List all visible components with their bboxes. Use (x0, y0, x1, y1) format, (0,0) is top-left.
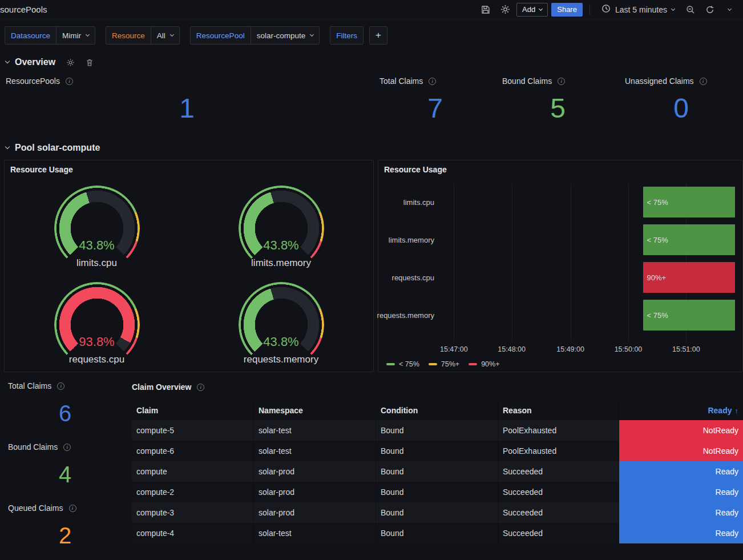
panel-title[interactable]: Unassigned Claims (625, 76, 694, 86)
info-icon[interactable] (57, 382, 64, 390)
x-axis-tick: 15:51:00 (672, 345, 700, 353)
info-icon[interactable] (558, 78, 565, 85)
column-header-condition[interactable]: Condition (376, 401, 498, 420)
stat-panel-total-claims: Total Claims 7 (374, 72, 496, 136)
row-delete-button[interactable] (84, 55, 95, 70)
collapse-chevron-icon (5, 144, 10, 149)
timeline-legend: < 75% 75%+ 90%+ (378, 357, 742, 372)
legend-label: < 75% (399, 360, 419, 368)
variable-resourcepool: ResourcePool solar-compute (190, 26, 320, 45)
collapse-chevron-icon (5, 59, 10, 63)
cell-claim: compute-4 (132, 523, 254, 543)
panel-title[interactable]: Bound Claims (502, 76, 552, 86)
top-navigation-bar: sourcePools Add Share Last 5 minutes (0, 0, 743, 19)
sort-ascending-icon: ↑ (735, 406, 739, 415)
column-header-ready[interactable]: Ready ↑ (619, 401, 743, 420)
x-axis-tick: 15:50:00 (615, 345, 643, 353)
table-row: compute-2 solar-prod Bound Succeeded Rea… (132, 482, 743, 502)
topbar-actions: Add Share Last 5 minutes (478, 2, 737, 17)
column-header-reason[interactable]: Reason (498, 401, 619, 420)
section-header-overview[interactable]: Overview (0, 54, 743, 71)
section-title: Pool solar-compute (15, 143, 100, 153)
cell-ready: Ready (619, 502, 743, 523)
share-button[interactable]: Share (551, 3, 583, 17)
panel-title[interactable]: Queued Claims (8, 503, 63, 513)
info-icon[interactable] (69, 505, 76, 512)
time-range-picker[interactable]: Last 5 minutes (597, 2, 679, 17)
info-icon[interactable] (197, 384, 204, 391)
pool-claims-row: Total Claims 6 Bound Claims 4 Queued Cla… (0, 375, 743, 558)
gear-icon (500, 5, 510, 14)
chevron-down-icon (727, 6, 731, 10)
panel-title[interactable]: Total Claims (8, 381, 51, 390)
variable-value-resource[interactable]: All (151, 26, 180, 45)
variable-filters: Filters + (330, 26, 387, 45)
stat-value: 6 (8, 390, 122, 436)
table-row: compute-4 solar-test Bound Succeeded Rea… (132, 523, 743, 543)
cell-condition: Bound (376, 420, 498, 441)
cell-condition: Bound (376, 482, 498, 502)
table-row: compute-5 solar-test Bound PoolExhausted… (132, 420, 743, 441)
variable-datasource: Datasource Mimir (5, 26, 95, 45)
timeline-row-label: requests.memory (378, 296, 446, 334)
cell-reason: PoolExhausted (498, 420, 619, 441)
add-filter-button[interactable]: + (369, 26, 387, 45)
save-dashboard-button[interactable] (478, 2, 494, 17)
stat-value: 5 (502, 86, 613, 131)
dashboard-settings-button[interactable] (497, 2, 513, 17)
cell-condition: Bound (376, 523, 498, 543)
panel-title[interactable]: Total Claims (379, 76, 423, 86)
add-panel-button[interactable]: Add (516, 3, 548, 17)
column-header-label: Ready (708, 406, 732, 415)
timeline-row-label: limits.cpu (378, 183, 446, 221)
panel-title[interactable]: Resource Usage (384, 165, 447, 174)
cell-condition: Bound (376, 461, 498, 482)
stat-value: 0 (625, 86, 737, 131)
variable-value-datasource[interactable]: Mimir (56, 26, 95, 45)
legend-item[interactable]: 90%+ (469, 360, 499, 368)
zoom-out-time-button[interactable] (683, 2, 698, 17)
refresh-icon (705, 5, 714, 14)
cell-ready: Ready (619, 482, 743, 502)
column-header-claim[interactable]: Claim (132, 401, 254, 420)
panel-title[interactable]: ResourcePools (6, 76, 60, 86)
legend-label: 75%+ (441, 360, 459, 368)
toolbar-divider (589, 5, 590, 15)
panel-title[interactable]: Claim Overview (132, 382, 191, 392)
info-icon[interactable] (700, 78, 707, 85)
cell-ready: NotReady (619, 441, 743, 461)
legend-item[interactable]: 75%+ (429, 360, 459, 368)
variable-value-text: All (157, 31, 165, 40)
state-block: < 75% (643, 300, 735, 331)
cell-claim: compute-3 (132, 502, 254, 523)
chevron-down-icon (310, 33, 314, 37)
panel-title[interactable]: Bound Claims (8, 442, 58, 452)
column-header-namespace[interactable]: Namespace (254, 401, 376, 420)
dashboard-title[interactable]: sourcePools (0, 5, 47, 14)
variable-value-resourcepool[interactable]: solar-compute (251, 26, 320, 45)
timeline-x-axis: 15:47:00 15:48:00 15:49:00 15:50:00 15:5… (446, 343, 738, 357)
panel-title[interactable]: Resource Usage (10, 165, 73, 174)
row-settings-button[interactable] (64, 55, 76, 70)
legend-item[interactable]: < 75% (386, 360, 419, 368)
stat-panel-pool-total-claims: Total Claims 6 (0, 375, 128, 436)
gauge-requests-cpu: 93.8% requests.cpu (5, 275, 189, 372)
gauge-arc (239, 186, 324, 271)
x-axis-tick: 15:48:00 (498, 345, 526, 353)
timeline-row-label: requests.cpu (378, 259, 446, 296)
refresh-interval-dropdown[interactable] (721, 2, 737, 17)
x-axis-tick: 15:49:00 (556, 345, 584, 353)
gauge-limits-cpu: 43.8% limits.cpu (5, 179, 189, 275)
state-block: < 75% (643, 187, 735, 217)
table-row: compute solar-prod Bound Succeeded Ready (132, 461, 743, 482)
gauge-requests-memory: 43.8% requests.memory (189, 275, 373, 372)
state-block: 90%+ (643, 262, 735, 293)
info-icon[interactable] (63, 444, 71, 451)
section-header-pool[interactable]: Pool solar-compute (0, 139, 743, 156)
info-icon[interactable] (66, 78, 73, 85)
info-icon[interactable] (429, 78, 436, 85)
gauge-value: 43.8% (239, 335, 324, 349)
refresh-button[interactable] (702, 2, 718, 17)
variable-value-text: Mimir (62, 31, 81, 40)
chevron-down-icon (671, 6, 675, 10)
